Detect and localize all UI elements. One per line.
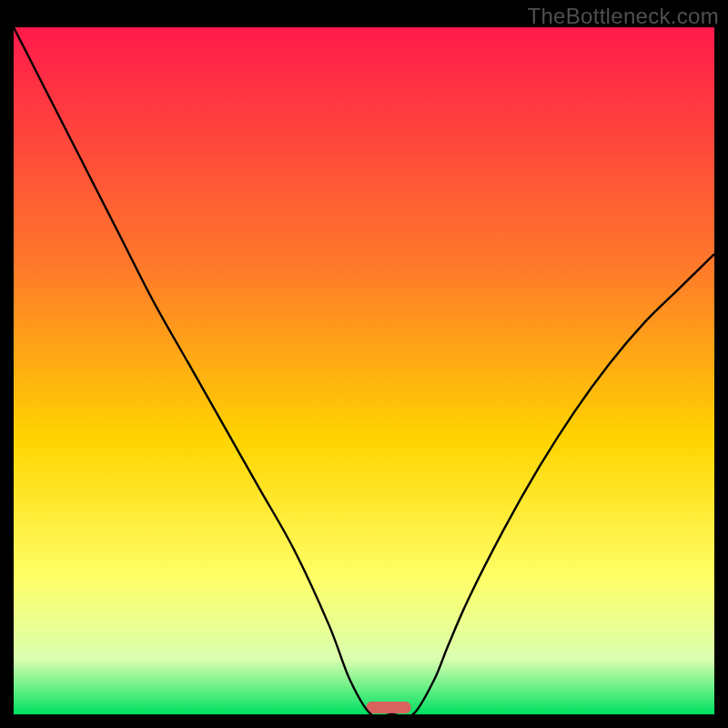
plot-area — [14, 27, 714, 714]
gradient-background — [14, 27, 714, 714]
watermark-text: TheBottleneck.com — [527, 4, 719, 29]
chart-frame: TheBottleneck.com — [0, 0, 728, 728]
minimum-marker — [366, 702, 410, 713]
chart-svg — [14, 27, 714, 714]
